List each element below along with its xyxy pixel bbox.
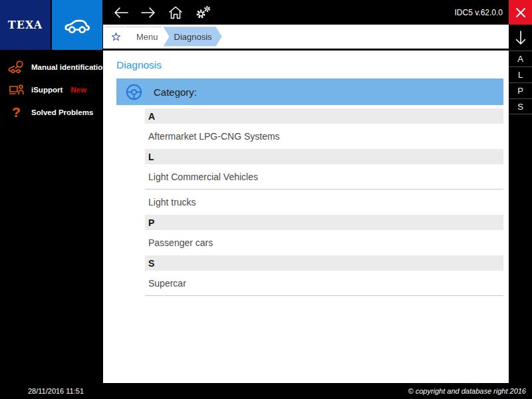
index-letter[interactable]: L (509, 66, 532, 82)
settings-gears-icon (194, 5, 211, 21)
sidebar-item-manual-identification[interactable]: Manual identification (0, 56, 103, 78)
favorites-button[interactable] (105, 27, 130, 47)
favorites-star-icon (110, 31, 122, 43)
home-icon (168, 5, 184, 20)
category-letter-header: P (145, 215, 503, 230)
category-header[interactable]: Category: (116, 78, 503, 105)
vehicle-selection-tile[interactable] (52, 0, 102, 50)
close-x-icon (515, 7, 527, 19)
sidebar-item-label: iSupport (31, 86, 63, 94)
copyright-label: © copyright and database right 2016 (408, 387, 526, 395)
category-list: A Aftermarket LPG-CNG Systems L Light Co… (145, 108, 503, 296)
app-version-label: IDC5 v.62.0.0 (455, 8, 509, 17)
index-letters: A L P S (509, 51, 532, 114)
vehicle-search-icon (7, 59, 25, 75)
breadcrumb-item-menu[interactable]: Menu (126, 27, 168, 47)
category-list-item[interactable]: Aftermarket LPG-CNG Systems (145, 124, 503, 149)
back-arrow-icon (112, 5, 130, 20)
datetime-label: 28/11/2016 11:51 (28, 387, 84, 395)
question-mark-icon: ? (7, 104, 25, 120)
category-letter-header: L (145, 149, 503, 164)
category-list-item[interactable]: Supercar (145, 271, 503, 296)
settings-button[interactable] (189, 0, 216, 25)
category-letter-header: A (145, 108, 503, 124)
left-sidebar: TEXA (0, 0, 103, 399)
car-icon (62, 10, 92, 41)
forward-button[interactable] (134, 0, 162, 25)
category-list-item[interactable]: Light Commercial Vehicles (145, 164, 503, 190)
status-bar: 28/11/2016 11:51 © copyright and databas… (0, 383, 532, 399)
sidebar-menu: Manual identification iSupport New ? Sol… (0, 56, 103, 124)
sidebar-item-solved-problems[interactable]: ? Solved Problems (0, 101, 103, 124)
forward-arrow-icon (140, 5, 157, 20)
index-letter[interactable]: P (509, 82, 532, 98)
category-label: Category: (154, 86, 197, 98)
sidebar-item-isupport[interactable]: iSupport New (0, 78, 103, 101)
close-button[interactable] (509, 0, 532, 25)
breadcrumb: Menu Diagnosis (103, 25, 509, 49)
top-toolbar: IDC5 v.62.0.0 (103, 0, 509, 25)
scroll-down-button[interactable] (509, 25, 532, 51)
breadcrumb-item-diagnosis[interactable]: Diagnosis (164, 27, 222, 47)
category-letter-header: S (145, 255, 503, 271)
down-arrow-icon (513, 29, 528, 47)
texa-logo[interactable]: TEXA (0, 0, 51, 50)
category-list-item[interactable]: Passenger cars (145, 230, 503, 255)
main-content: Diagnosis Category: A Aftermarket LPG-CN… (103, 51, 509, 383)
index-letter[interactable]: S (509, 98, 532, 114)
sidebar-item-label: Solved Problems (31, 108, 93, 116)
page-title: Diagnosis (116, 59, 162, 71)
right-index-bar: A L P S (509, 25, 532, 399)
home-button[interactable] (162, 0, 189, 25)
index-letter[interactable]: A (509, 51, 532, 66)
steering-wheel-icon (125, 83, 143, 101)
idc5-window: TEXA (0, 0, 532, 399)
sidebar-item-label: Manual identification (31, 63, 107, 71)
texa-logo-text: TEXA (8, 19, 43, 31)
back-button[interactable] (107, 0, 134, 25)
support-desk-icon (7, 82, 25, 98)
category-list-item[interactable]: Light trucks (145, 190, 503, 215)
new-badge: New (70, 86, 86, 94)
